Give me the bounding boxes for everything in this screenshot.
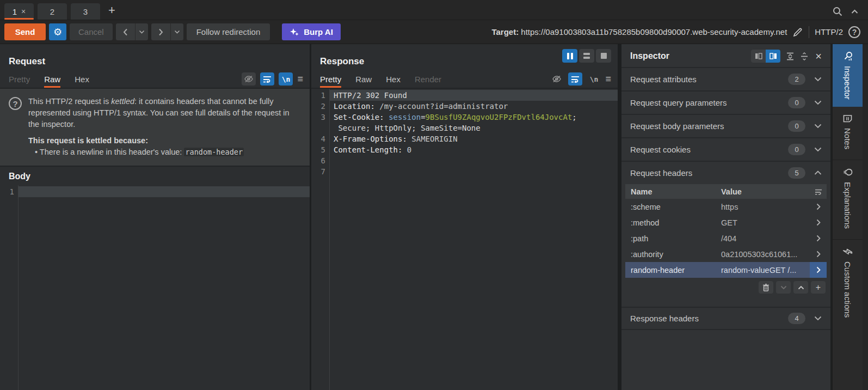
chevron-down-icon bbox=[814, 100, 822, 105]
tab-response-hex[interactable]: Hex bbox=[386, 70, 401, 88]
tab-request-pretty[interactable]: Pretty bbox=[9, 70, 30, 88]
delete-header-icon[interactable] bbox=[759, 281, 773, 294]
chevron-right-icon[interactable] bbox=[810, 199, 827, 215]
code-line[interactable] bbox=[330, 155, 618, 166]
response-lines[interactable]: HTTP/2 302 FoundLocation: /my-account?id… bbox=[330, 89, 618, 390]
header-row-method[interactable]: :methodGET bbox=[625, 215, 827, 230]
edit-target-pencil-icon[interactable] bbox=[792, 27, 803, 38]
add-header-icon[interactable]: + bbox=[811, 281, 826, 294]
follow-redirection-button[interactable]: Follow redirection bbox=[187, 23, 270, 40]
section-request-query-parameters[interactable]: Request query parameters 0 bbox=[621, 90, 830, 114]
request-body-editor[interactable]: 1 bbox=[0, 185, 310, 390]
forward-chevron-icon[interactable] bbox=[151, 23, 171, 40]
back-chevron-icon[interactable] bbox=[116, 23, 136, 40]
word-wrap-icon[interactable] bbox=[568, 72, 582, 86]
cancel-button[interactable]: Cancel bbox=[70, 23, 113, 40]
repeater-tab-1[interactable]: 1 × bbox=[4, 3, 34, 20]
dock-right-icon[interactable] bbox=[766, 50, 780, 63]
kettled-header-name: random-header bbox=[184, 148, 244, 156]
move-header-up-icon[interactable] bbox=[793, 281, 808, 294]
rail-tab-custom-actions[interactable]: Custom actions bbox=[833, 240, 863, 325]
collapse-all-icon[interactable] bbox=[800, 52, 809, 60]
response-gutter: 1234567 bbox=[311, 89, 330, 390]
chevron-right-icon[interactable] bbox=[810, 246, 827, 262]
line-number: 4 bbox=[311, 133, 329, 144]
rail-tab-inspector[interactable]: Inspector bbox=[833, 44, 863, 107]
notes-icon bbox=[843, 114, 852, 123]
collapse-toolbar-icon[interactable] bbox=[851, 9, 858, 14]
show-nonprintable-icon[interactable] bbox=[550, 72, 564, 86]
move-header-down-icon[interactable] bbox=[776, 281, 791, 294]
chevron-right-icon[interactable] bbox=[810, 262, 827, 278]
header-name: random-header bbox=[625, 266, 717, 275]
kettled-reason-title: This request is kettled because: bbox=[28, 135, 299, 147]
code-line[interactable]: HTTP/2 302 Found bbox=[330, 90, 618, 101]
search-icon[interactable] bbox=[833, 7, 842, 16]
editor-menu-icon[interactable]: ≡ bbox=[297, 74, 303, 85]
repeater-tab-3[interactable]: 3 bbox=[71, 3, 100, 20]
header-actions: + bbox=[621, 278, 830, 299]
code-line[interactable]: Content-Length: 0 bbox=[330, 144, 618, 155]
chevron-right-icon[interactable] bbox=[810, 215, 827, 230]
history-back-button[interactable] bbox=[116, 23, 148, 40]
header-value: https bbox=[717, 203, 810, 211]
repeater-tab-2[interactable]: 2 bbox=[38, 3, 67, 20]
rail-tab-notes[interactable]: Notes bbox=[833, 107, 863, 156]
send-button[interactable]: Send bbox=[4, 23, 46, 40]
section-request-cookies[interactable]: Request cookies 0 bbox=[621, 137, 830, 161]
chevron-right-icon[interactable] bbox=[810, 230, 827, 246]
editor-menu-icon[interactable]: ≡ bbox=[605, 74, 611, 85]
rail-tab-label: Explanations bbox=[843, 182, 852, 229]
back-dropdown-icon[interactable] bbox=[136, 23, 148, 40]
body-section-title: Body bbox=[0, 167, 310, 185]
code-line[interactable]: X-Frame-Options: SAMEORIGIN bbox=[330, 133, 618, 144]
send-settings-gear-icon[interactable]: ⚙ bbox=[49, 23, 66, 40]
expand-all-icon[interactable] bbox=[786, 52, 795, 60]
code-line[interactable]: Secure; HttpOnly; SameSite=None bbox=[330, 123, 618, 133]
header-row-random-header[interactable]: random-headerrandom-valueGET /... bbox=[625, 262, 827, 278]
header-name: :scheme bbox=[625, 203, 717, 211]
rail-tab-label: Notes bbox=[843, 128, 852, 149]
code-line[interactable] bbox=[19, 186, 310, 197]
section-request-attributes[interactable]: Request attributes 2 bbox=[621, 67, 830, 90]
header-row-path[interactable]: :path/404 bbox=[625, 230, 827, 246]
response-editor[interactable]: 1234567 HTTP/2 302 FoundLocation: /my-ac… bbox=[311, 89, 618, 390]
code-line[interactable]: Set-Cookie: session=9BSusfU9ZAqgvoU2FPzF… bbox=[330, 112, 618, 123]
section-request-body-parameters[interactable]: Request body parameters 0 bbox=[621, 114, 830, 137]
tab-response-raw[interactable]: Raw bbox=[355, 70, 372, 88]
tab-request-hex[interactable]: Hex bbox=[75, 70, 89, 88]
rail-tab-explanations[interactable]: Explanations bbox=[833, 160, 863, 236]
layout-single-icon[interactable] bbox=[596, 49, 611, 63]
burp-ai-button[interactable]: Burp AI bbox=[282, 23, 341, 40]
section-request-headers[interactable]: Request headers 5 bbox=[621, 161, 830, 184]
close-tab-icon[interactable]: × bbox=[21, 8, 26, 15]
layout-rows-icon[interactable] bbox=[579, 49, 594, 63]
header-row-scheme[interactable]: :schemehttps bbox=[625, 199, 827, 215]
add-tab-button[interactable]: + bbox=[108, 3, 115, 17]
code-line[interactable] bbox=[330, 166, 618, 177]
show-newlines-icon[interactable]: \n bbox=[587, 72, 601, 86]
section-response-headers[interactable]: Response headers 4 bbox=[621, 307, 830, 330]
history-forward-button[interactable] bbox=[151, 23, 183, 40]
header-row-authority[interactable]: :authority0a21005303c61061... bbox=[625, 246, 827, 262]
layout-columns-icon[interactable] bbox=[562, 49, 577, 63]
kettled-message: ? This HTTP/2 request is kettled: it con… bbox=[0, 89, 310, 167]
kettled-reason-bullet: • There is a newline in this header's va… bbox=[35, 147, 299, 158]
request-body-lines[interactable] bbox=[19, 185, 310, 390]
inspector-panel: Inspector × Request attributes 2 Request bbox=[621, 44, 832, 390]
protocol-help-icon[interactable]: ? bbox=[848, 26, 860, 38]
layout-switcher bbox=[562, 49, 611, 63]
wrap-column-icon[interactable] bbox=[810, 184, 827, 199]
tab-response-pretty[interactable]: Pretty bbox=[320, 70, 341, 88]
chevron-up-icon bbox=[814, 170, 822, 175]
tab-response-render[interactable]: Render bbox=[415, 70, 441, 88]
code-line[interactable]: Location: /my-account?id=administrator bbox=[330, 101, 618, 112]
dock-left-icon[interactable] bbox=[751, 50, 766, 63]
word-wrap-icon[interactable] bbox=[260, 72, 274, 86]
tab-request-raw[interactable]: Raw bbox=[44, 70, 60, 88]
show-nonprintable-icon[interactable] bbox=[242, 72, 256, 86]
close-inspector-icon[interactable]: × bbox=[814, 50, 823, 63]
line-number: 3 bbox=[311, 112, 329, 123]
forward-dropdown-icon[interactable] bbox=[171, 23, 183, 40]
show-newlines-icon[interactable]: \n bbox=[279, 72, 293, 86]
